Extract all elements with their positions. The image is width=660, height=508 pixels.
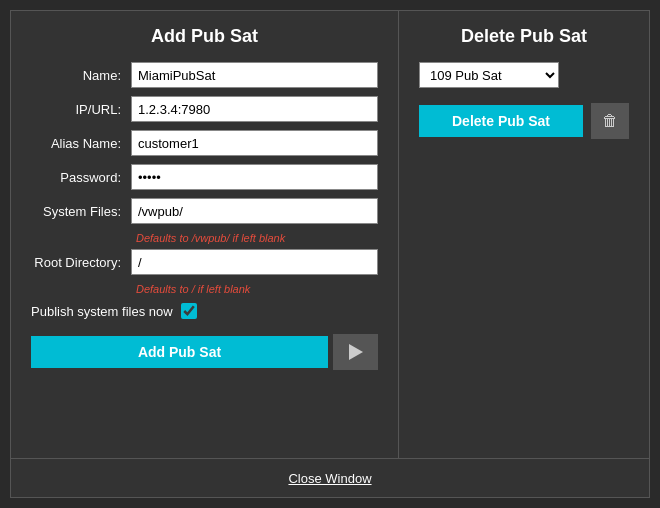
sysfiles-input[interactable] [131,198,378,224]
ipurl-row: IP/URL: [31,96,378,122]
name-label: Name: [31,68,131,83]
close-window-button[interactable]: Close Window [288,471,371,486]
delete-pub-sat-title: Delete Pub Sat [419,26,629,47]
password-row: Password: [31,164,378,190]
alias-label: Alias Name: [31,136,131,151]
right-panel: Delete Pub Sat 109 Pub Sat Delete Pub Sa… [399,11,649,458]
password-label: Password: [31,170,131,185]
trash-button[interactable]: 🗑 [591,103,629,139]
add-pub-sat-title: Add Pub Sat [31,26,378,47]
panels: Add Pub Sat Name: IP/URL: Alias Name: Pa… [11,11,649,458]
delete-pub-sat-button[interactable]: Delete Pub Sat [419,105,583,137]
name-input[interactable] [131,62,378,88]
sysfiles-label: System Files: [31,204,131,219]
send-icon [349,344,363,360]
alias-row: Alias Name: [31,130,378,156]
left-panel: Add Pub Sat Name: IP/URL: Alias Name: Pa… [11,11,399,458]
add-action-row: Add Pub Sat [31,334,378,370]
checkbox-row: Publish system files now [31,303,378,319]
ipurl-input[interactable] [131,96,378,122]
publish-checkbox[interactable] [181,303,197,319]
ipurl-label: IP/URL: [31,102,131,117]
pub-sat-select[interactable]: 109 Pub Sat [419,62,559,88]
rootdir-input[interactable] [131,249,378,275]
main-container: Add Pub Sat Name: IP/URL: Alias Name: Pa… [10,10,650,498]
add-pub-sat-button[interactable]: Add Pub Sat [31,336,328,368]
alias-input[interactable] [131,130,378,156]
delete-action-row: Delete Pub Sat 🗑 [419,103,629,139]
trash-icon: 🗑 [602,112,618,130]
sysfiles-hint: Defaults to /vwpub/ if left blank [136,232,378,244]
rootdir-label: Root Directory: [31,255,131,270]
footer: Close Window [11,458,649,497]
checkbox-label: Publish system files now [31,304,173,319]
rootdir-row: Root Directory: [31,249,378,275]
name-row: Name: [31,62,378,88]
rootdir-hint: Defaults to / if left blank [136,283,378,295]
sysfiles-row: System Files: [31,198,378,224]
password-input[interactable] [131,164,378,190]
send-button[interactable] [333,334,378,370]
